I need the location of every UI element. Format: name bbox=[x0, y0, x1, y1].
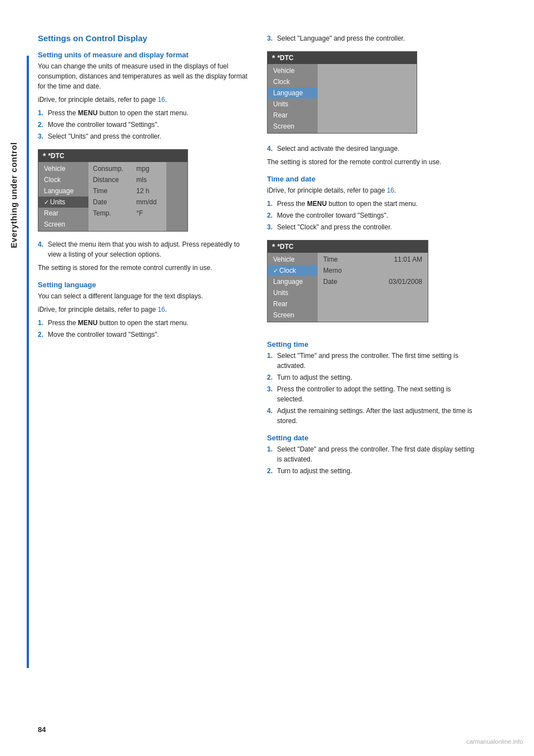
idrive-text2: iDrive, for principle details, refer to … bbox=[38, 306, 157, 313]
step-3: 3. Select "Units" and press the controll… bbox=[38, 131, 249, 141]
clock-time-label: Time bbox=[323, 256, 338, 263]
clock-date-row: Date 03/01/2008 bbox=[321, 276, 424, 287]
dtc-date: Date bbox=[88, 197, 133, 208]
st-step-2: 2. Turn to adjust the setting. bbox=[267, 372, 478, 382]
subsection1-title: Setting units of measure and display for… bbox=[38, 51, 249, 59]
menu-bold2: MENU bbox=[78, 319, 97, 327]
dtc2-right-empty bbox=[318, 64, 417, 133]
dtc-item-vehicle: Vehicle bbox=[38, 163, 88, 174]
clock-time-value: 11:01 AM bbox=[394, 256, 422, 263]
dtc-12h: 12 h bbox=[133, 185, 166, 197]
step4-list: 4. Select the menu item that you wish to… bbox=[38, 239, 249, 259]
dtc-header-1: **DTC bbox=[38, 150, 187, 162]
sd-step-1: 1. Select "Date" and press the controlle… bbox=[267, 444, 478, 464]
dtc-box-clock: **DTC Vehicle ✓Clock Language Units Rear… bbox=[267, 235, 428, 328]
dtc-body-1: Vehicle Clock Language ✓Units Rear Scree… bbox=[38, 162, 187, 231]
idrive-page-link[interactable]: 16 bbox=[157, 96, 165, 104]
dtc-distance: Distance bbox=[88, 174, 133, 185]
idrive-text: iDrive, for principle details, refer to … bbox=[38, 96, 157, 104]
clock-time-row: Time 11:01 AM bbox=[321, 254, 424, 265]
note1: The setting is stored for the remote con… bbox=[38, 263, 249, 273]
dtc-menu-clock: **DTC Vehicle ✓Clock Language Units Rear… bbox=[267, 240, 428, 322]
time-date-steps: 1. Press the MENU button to open the sta… bbox=[267, 199, 478, 232]
left-column: Settings on Control Display Setting unit… bbox=[38, 33, 249, 479]
watermark: carmanualonline.info bbox=[466, 738, 523, 745]
two-column-layout: Settings on Control Display Setting unit… bbox=[38, 33, 516, 479]
dtc3-clock: ✓Clock bbox=[268, 265, 318, 276]
dtc3-vehicle: Vehicle bbox=[268, 254, 318, 265]
dtc-clock-left: Vehicle ✓Clock Language Units Rear Scree… bbox=[268, 253, 318, 322]
dtc-item-screen: Screen bbox=[38, 219, 88, 230]
dtc-box-units: **DTC Vehicle Clock Language ✓Units Rear… bbox=[38, 145, 188, 237]
clock-date-value: 03/01/2008 bbox=[389, 278, 422, 286]
main-section-title: Settings on Control Display bbox=[38, 33, 249, 43]
dtc2-screen: Screen bbox=[268, 121, 318, 132]
right-step3-list: 3. Select "Language" and press the contr… bbox=[267, 33, 478, 43]
dtc2-language: Language bbox=[268, 87, 318, 99]
dtc-time: Time bbox=[88, 185, 133, 197]
subsection1-idrive-ref: iDrive, for principle details, refer to … bbox=[38, 95, 249, 105]
dtc-header-3: **DTC bbox=[268, 240, 428, 253]
dtc3-language: Language bbox=[268, 276, 318, 287]
sidebar-label: Everything under control bbox=[0, 84, 27, 306]
dtc3-screen: Screen bbox=[268, 310, 318, 321]
clock-date-label: Date bbox=[323, 278, 337, 286]
dtc-right-col-1: mpg mls 12 h mm/dd °F bbox=[133, 162, 166, 231]
subsection2-idrive-ref: iDrive, for principle details, refer to … bbox=[38, 305, 249, 315]
clock-memo-row: Memo bbox=[321, 265, 424, 276]
dtc-menu-units: **DTC Vehicle Clock Language ✓Units Rear… bbox=[38, 149, 188, 232]
st-step-4: 4. Adjust the remaining settings. After … bbox=[267, 406, 478, 426]
setting-time-steps: 1. Select "Time" and press the controlle… bbox=[267, 351, 478, 426]
right-step-3: 3. Select "Language" and press the contr… bbox=[267, 33, 478, 43]
lang-step-1: 1. Press the MENU button to open the sta… bbox=[38, 318, 249, 328]
setting-date-title: Setting date bbox=[267, 434, 478, 442]
menu-bold: MENU bbox=[78, 109, 97, 117]
dtc-left-col-1: Vehicle Clock Language ✓Units Rear Scree… bbox=[38, 162, 88, 231]
subsection2-title: Setting language bbox=[38, 281, 249, 289]
subsection2-steps: 1. Press the MENU button to open the sta… bbox=[38, 318, 249, 340]
subsection1-intro: You can change the units of measure used… bbox=[38, 61, 249, 91]
step-2: 2. Move the controller toward "Settings"… bbox=[38, 120, 249, 130]
setting-date-steps: 1. Select "Date" and press the controlle… bbox=[267, 444, 478, 476]
dtc3-units: Units bbox=[268, 287, 318, 298]
td-step-3: 3. Select "Clock" and press the controll… bbox=[267, 222, 478, 232]
dtc2-units: Units bbox=[268, 99, 318, 110]
dtc2-rear: Rear bbox=[268, 110, 318, 121]
right-column: 3. Select "Language" and press the contr… bbox=[267, 33, 478, 479]
subsection1-steps: 1. Press the MENU button to open the sta… bbox=[38, 108, 249, 141]
dtc-clock-body: Vehicle ✓Clock Language Units Rear Scree… bbox=[268, 253, 428, 322]
dtc-consump: Consump. bbox=[88, 163, 133, 174]
dtc-lang-left: Vehicle Clock Language Units Rear Screen bbox=[268, 64, 318, 133]
dtc-mid-col-1: Consump. Distance Time Date Temp. bbox=[88, 162, 133, 231]
sd-step-2: 2. Turn to adjust the setting. bbox=[267, 466, 478, 476]
dtc-item-units: ✓Units bbox=[38, 197, 88, 208]
time-date-idrive: iDrive, for principle details, refer to … bbox=[267, 185, 478, 195]
dtc-clock-right: Time 11:01 AM Memo Date 03/01/2008 bbox=[318, 253, 428, 322]
time-date-page-link[interactable]: 16 bbox=[387, 186, 394, 194]
dtc2-clock: Clock bbox=[268, 76, 318, 87]
dtc-mmdd: mm/dd bbox=[133, 197, 166, 208]
note2: The setting is stored for the remote con… bbox=[267, 157, 478, 167]
st-step-3: 3. Press the controller to adopt the set… bbox=[267, 384, 478, 404]
idrive-page2[interactable]: 16 bbox=[157, 306, 165, 313]
td-step-1: 1. Press the MENU button to open the sta… bbox=[267, 199, 478, 209]
right-step-4: 4. Select and activate the desired langu… bbox=[267, 144, 478, 154]
dtc-item-clock: Clock bbox=[38, 174, 88, 185]
main-content: Settings on Control Display Setting unit… bbox=[38, 33, 516, 479]
dtc-item-language: Language bbox=[38, 185, 88, 197]
st-step-1: 1. Select "Time" and press the controlle… bbox=[267, 351, 478, 371]
dtc-degf: °F bbox=[133, 208, 166, 219]
setting-time-title: Setting time bbox=[267, 340, 478, 348]
menu-bold3: MENU bbox=[307, 200, 327, 208]
dtc2-vehicle: Vehicle bbox=[268, 65, 318, 76]
subsection2-intro: You can select a different language for … bbox=[38, 291, 249, 301]
step-4: 4. Select the menu item that you wish to… bbox=[38, 239, 249, 259]
dtc-menu-language: **DTC Vehicle Clock Language Units Rear … bbox=[267, 51, 417, 134]
dtc-header-2: **DTC bbox=[268, 52, 417, 64]
lang-step-2: 2. Move the controller toward "Settings"… bbox=[38, 330, 249, 340]
dtc-body-2: Vehicle Clock Language Units Rear Screen bbox=[268, 64, 417, 133]
step4-right-list: 4. Select and activate the desired langu… bbox=[267, 144, 478, 154]
step-1: 1. Press the MENU button to open the sta… bbox=[38, 108, 249, 118]
td-step-2: 2. Move the controller toward "Settings"… bbox=[267, 210, 478, 220]
accent-bar bbox=[27, 56, 29, 668]
